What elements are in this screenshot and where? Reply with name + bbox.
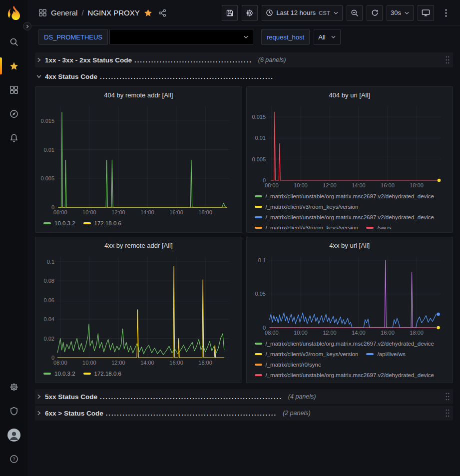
refresh-button[interactable] xyxy=(367,5,383,21)
legend-item[interactable]: /_matrix/client/v3/room_keys/version xyxy=(255,204,359,210)
request-host-label[interactable]: request_host xyxy=(261,29,310,45)
panel-title[interactable]: 4xx by remote addr [All] xyxy=(40,240,237,252)
gear-icon xyxy=(246,9,254,17)
row-title-dots: ........................................… xyxy=(106,410,277,417)
row-5xx[interactable]: 5xx Status Code ........................… xyxy=(35,389,453,404)
svg-text:12:00: 12:00 xyxy=(111,360,125,366)
legend-item[interactable]: /_matrix/client/r0/sync xyxy=(255,362,321,368)
sidebar-item-server-admin[interactable] xyxy=(0,399,27,423)
drag-handle-icon[interactable] xyxy=(445,409,450,418)
sidebar-item-settings[interactable] xyxy=(0,375,27,399)
navbar-actions: Last 12 hours CST 30s xyxy=(222,5,454,21)
zoom-out-button[interactable] xyxy=(347,5,363,21)
legend-item[interactable]: /_matrix/client/unstable/org.matrix.msc2… xyxy=(255,372,435,378)
sidebar-item-starred[interactable] xyxy=(0,54,27,78)
legend-item[interactable]: /_matrix/client/unstable/org.matrix.msc2… xyxy=(255,214,435,220)
chevron-down-icon xyxy=(243,35,249,39)
legend-item[interactable]: /_matrix/client/unstable/org.matrix.msc2… xyxy=(255,193,435,199)
chevron-right-icon xyxy=(36,394,42,400)
legend-item[interactable]: /_matrix/client/v3/room_keys/version xyxy=(255,225,359,230)
datasource-label[interactable]: DS_PROMETHEUS xyxy=(38,29,108,45)
row-6xx[interactable]: 6xx > Status Code ......................… xyxy=(35,406,453,421)
kebab-menu-button[interactable] xyxy=(438,5,454,21)
drag-handle-icon[interactable] xyxy=(445,392,450,401)
row-title: 6xx > Status Code xyxy=(45,410,103,417)
svg-text:14:00: 14:00 xyxy=(352,182,366,188)
legend-series-color xyxy=(43,222,51,224)
legend-item[interactable]: 172.18.0.6 xyxy=(83,371,121,377)
svg-text:0.005: 0.005 xyxy=(40,175,54,181)
legend-item[interactable]: 172.18.0.6 xyxy=(83,220,121,226)
sidebar-expand-button[interactable] xyxy=(23,22,31,30)
breadcrumb-section[interactable]: General xyxy=(51,8,77,17)
row-panel-count: (6 panels) xyxy=(258,56,286,63)
display-mode-button[interactable] xyxy=(418,5,434,21)
legend-item[interactable]: /api/live/ws xyxy=(366,351,405,357)
chevron-right-icon xyxy=(25,24,29,28)
timeseries-plot[interactable]: 08:0010:0012:0014:0016:0018:0000.0050.01… xyxy=(252,101,448,190)
svg-text:08:00: 08:00 xyxy=(265,182,279,188)
sidebar-item-help[interactable]: ? xyxy=(0,447,27,471)
favorite-star-icon[interactable] xyxy=(144,8,152,17)
legend-series-label: /_matrix/client/unstable/org.matrix.msc2… xyxy=(266,214,435,220)
row-4xx[interactable]: 4xx Status Code ........................… xyxy=(35,69,453,84)
legend-row: /_matrix/client/unstable/org.matrix.msc2… xyxy=(255,191,448,201)
panel-title[interactable]: 404 by remote addr [All] xyxy=(40,89,237,101)
chevron-down-icon xyxy=(404,11,410,15)
dashboard-settings-button[interactable] xyxy=(242,5,258,21)
timeseries-plot[interactable]: 08:0010:0012:0014:0016:0018:0000.0050.01… xyxy=(40,101,236,217)
search-icon xyxy=(9,37,18,46)
main-area: General / NGINX PROXY Last 12 hours CST xyxy=(27,0,460,476)
svg-text:0.005: 0.005 xyxy=(252,156,266,162)
legend-series-color xyxy=(255,353,262,355)
sidebar-item-profile[interactable] xyxy=(0,423,27,447)
share-icon[interactable] xyxy=(158,9,166,17)
save-dashboard-button[interactable] xyxy=(222,5,238,21)
panel-404-by-remote-addr: 404 by remote addr [All] 08:0010:0012:00… xyxy=(35,86,242,233)
svg-text:0: 0 xyxy=(51,204,54,210)
time-range-picker[interactable]: Last 12 hours CST xyxy=(262,5,343,21)
timeseries-plot[interactable]: 08:0010:0012:0014:0016:0018:0000.020.040… xyxy=(40,252,236,368)
sidebar-item-search[interactable] xyxy=(0,30,27,54)
svg-text:0.1: 0.1 xyxy=(258,257,265,263)
svg-text:0.015: 0.015 xyxy=(40,118,54,124)
panel-title[interactable]: 404 by uri [All] xyxy=(252,89,448,101)
sidebar-item-alerting[interactable] xyxy=(0,126,27,150)
legend-item[interactable]: 10.0.3.2 xyxy=(43,220,75,226)
drag-handle-icon[interactable] xyxy=(445,55,450,64)
svg-text:0: 0 xyxy=(51,355,54,361)
legend-series-color xyxy=(255,343,262,345)
svg-text:16:00: 16:00 xyxy=(381,330,395,336)
sidebar-item-explore[interactable] xyxy=(0,102,27,126)
chevron-right-icon xyxy=(36,410,42,416)
save-icon xyxy=(226,9,234,17)
chart-legend: /_matrix/client/unstable/org.matrix.msc2… xyxy=(252,190,448,229)
sidebar-item-dashboards[interactable] xyxy=(0,78,27,102)
legend-item[interactable]: /_matrix/client/v3/room_keys/version xyxy=(255,351,359,357)
zoom-out-icon xyxy=(351,9,359,17)
legend-series-label: 10.0.3.2 xyxy=(54,371,75,377)
refresh-interval-select[interactable]: 30s xyxy=(387,5,414,21)
svg-text:16:00: 16:00 xyxy=(169,209,183,215)
datasource-select[interactable] xyxy=(109,29,253,45)
legend-item[interactable]: /_matrix/client/unstable/org.matrix.msc2… xyxy=(255,341,435,347)
legend-item[interactable]: 10.0.3.2 xyxy=(43,371,75,377)
row-title: 5xx Status Code xyxy=(45,393,97,401)
legend-series-color xyxy=(83,373,91,375)
legend-item[interactable]: /sw.js xyxy=(366,225,391,230)
svg-text:16:00: 16:00 xyxy=(169,360,183,366)
request-host-select[interactable]: All xyxy=(314,29,340,45)
timeseries-plot[interactable]: 08:0010:0012:0014:0016:0018:0000.050.1 xyxy=(252,252,448,338)
legend-series-color xyxy=(255,374,262,376)
legend-series-label: 172.18.0.6 xyxy=(94,220,121,226)
panel-title[interactable]: 4xx by uri [All] xyxy=(252,240,448,252)
svg-text:0.08: 0.08 xyxy=(44,278,54,284)
row-1xx-3xx-2xx[interactable]: 1xx - 3xx - 2xx Status Code ............… xyxy=(35,52,453,67)
gear-icon xyxy=(9,383,18,392)
breadcrumb-separator: / xyxy=(81,8,83,17)
row-title-dots: ........................................… xyxy=(100,393,282,401)
dashboard-canvas: 1xx - 3xx - 2xx Status Code ............… xyxy=(27,48,460,476)
svg-text:14:00: 14:00 xyxy=(352,330,366,336)
grafana-logo[interactable] xyxy=(4,4,23,23)
legend-series-label: /_matrix/client/v3/room_keys/version xyxy=(266,225,359,230)
